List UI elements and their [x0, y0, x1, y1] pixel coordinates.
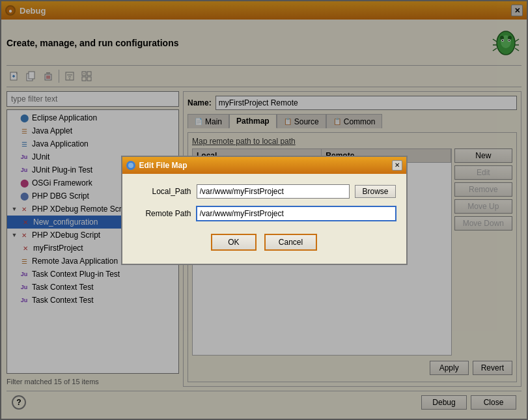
browse-button[interactable]: Browse [355, 185, 395, 198]
local-path-input[interactable] [197, 184, 350, 199]
dialog-close-button[interactable]: ✕ [392, 160, 402, 171]
dialog-buttons: OK Cancel [133, 229, 396, 253]
local-path-row: Local_Path Browse [133, 184, 396, 199]
dialog-cancel-button[interactable]: Cancel [264, 234, 317, 251]
dialog-body: Local_Path Browse Remote Path OK Cancel [122, 174, 406, 264]
dialog-titlebar: Edit File Map ✕ [122, 157, 406, 174]
dialog-icon [126, 161, 135, 170]
dialog-overlay: Edit File Map ✕ Local_Path Browse Remote… [0, 0, 528, 420]
dialog-ok-button[interactable]: OK [211, 234, 257, 251]
svg-point-34 [128, 163, 133, 168]
local-path-label: Local_Path [133, 187, 191, 196]
remote-path-label: Remote Path [133, 209, 191, 218]
edit-file-map-dialog: Edit File Map ✕ Local_Path Browse Remote… [121, 156, 408, 265]
dialog-title: Edit File Map [139, 161, 188, 170]
remote-path-row: Remote Path [133, 206, 396, 221]
remote-path-input[interactable] [197, 206, 396, 221]
